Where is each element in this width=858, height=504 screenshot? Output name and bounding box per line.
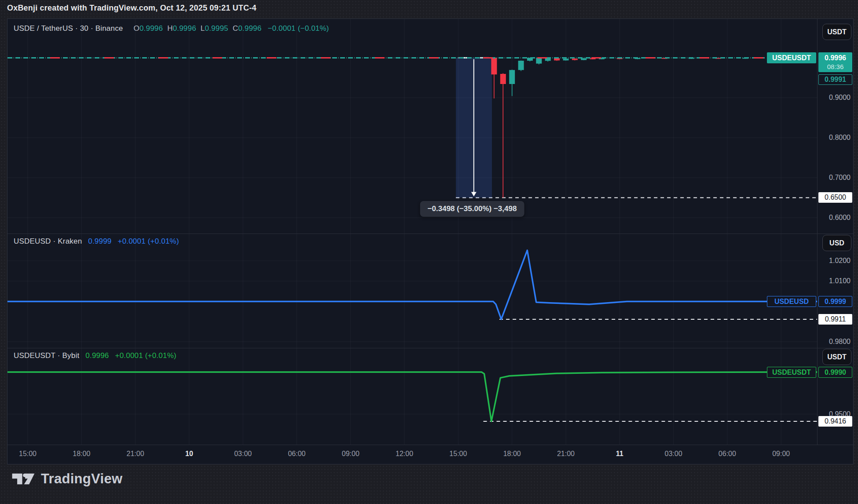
- panel-divider[interactable]: [7, 234, 854, 234]
- last-price-box-kraken: 0.9999: [818, 296, 852, 307]
- tradingview-logo-text: TradingView: [41, 471, 122, 487]
- price-axis-label: 0.7000: [829, 174, 851, 182]
- prev-close-price-box: 0.9991: [818, 74, 852, 85]
- ohlc-close-key: C: [233, 24, 238, 33]
- candle: [536, 58, 542, 64]
- candle: [491, 58, 497, 98]
- level-price-label-09416: 0.9416: [818, 416, 852, 427]
- measure-tool-tooltip: −0.3498 (−35.00%) −3,498: [420, 201, 524, 217]
- last-price-box-binance: 0.9996 08:36: [818, 52, 852, 72]
- currency-toggle-usdt-bybit[interactable]: USDT: [822, 349, 851, 365]
- quote-change: +0.0001 (+0.01%): [118, 237, 179, 245]
- flat-price-candle-line: [7, 57, 766, 58]
- chart-container: USDE / TetherUS · 30 · BinanceO0.9996H0.…: [7, 18, 854, 464]
- chart-plot-area[interactable]: USDE / TetherUS · 30 · BinanceO0.9996H0.…: [7, 19, 817, 445]
- price-scale[interactable]: USDT 0.9996 08:36 0.9991 0.6500 USD 0.99…: [817, 19, 854, 445]
- time-axis-label: 18:00: [503, 450, 521, 458]
- time-axis-label: 21:00: [557, 450, 575, 458]
- quote-change: +0.0001 (+0.01%): [115, 351, 176, 360]
- time-axis-label: 06:00: [719, 450, 736, 458]
- panel-divider[interactable]: [7, 348, 854, 348]
- price-axis-label: 0.6000: [829, 214, 851, 222]
- ohlc-close-value: 0.9996: [238, 24, 261, 33]
- time-axis-label: 18:00: [73, 450, 90, 458]
- time-axis-label: 10: [185, 450, 193, 458]
- bar-countdown: 08:36: [818, 62, 852, 71]
- series-badge-usdeusd-kraken: USDEUSD: [767, 296, 816, 307]
- ohlc-open-key: O: [134, 24, 139, 33]
- currency-toggle-usd-kraken[interactable]: USD: [822, 235, 851, 251]
- level-price-label-09911: 0.9911: [818, 314, 852, 325]
- time-axis-label: 03:00: [234, 450, 252, 458]
- time-axis-label: 06:00: [288, 450, 305, 458]
- quote-price: 0.9996: [85, 351, 109, 360]
- quote-price: 0.9999: [88, 237, 111, 245]
- ohlc-high-value: 0.9996: [173, 24, 196, 33]
- symbol-title: USDE / TetherUS · 30 · Binance: [14, 24, 123, 33]
- time-axis-label: 15:00: [19, 450, 37, 458]
- time-axis-label: 11: [616, 450, 623, 458]
- candle: [572, 58, 578, 60]
- tradingview-logo-mark: [11, 470, 35, 488]
- symbol-title: USDEUSD · Kraken: [14, 237, 82, 245]
- price-axis-label: 0.9800: [829, 338, 851, 346]
- symbol-title: USDEUSDT · Bybit: [14, 351, 79, 360]
- price-axis-label: 0.9000: [829, 94, 851, 102]
- price-axis-label: 1.0200: [829, 257, 851, 265]
- ohlc-low-value: 0.9995: [205, 24, 228, 33]
- time-axis-label: 12:00: [396, 450, 413, 458]
- price-axis-label: 1.0100: [829, 277, 851, 285]
- time-axis-label: 21:00: [127, 450, 144, 458]
- currency-toggle-usdt-binance[interactable]: USDT: [822, 24, 851, 40]
- last-price-value: 0.9996: [818, 53, 852, 62]
- time-axis[interactable]: 15:0018:0021:001003:0006:0009:0012:0015:…: [7, 445, 854, 465]
- ohlc-change: −0.0001 (−0.01%): [268, 24, 329, 33]
- time-axis-label: 09:00: [772, 450, 790, 458]
- time-axis-label: 03:00: [665, 450, 682, 458]
- series-badge-usdeusdt-binance: USDEUSDT: [767, 52, 816, 63]
- candle: [509, 69, 515, 96]
- tradingview-logo[interactable]: TradingView: [11, 470, 122, 488]
- ohlc-low-key: L: [201, 24, 205, 33]
- last-price-box-bybit: 0.9990: [818, 367, 852, 378]
- candle: [500, 73, 506, 198]
- candle: [518, 60, 524, 71]
- series-badge-usdeusdt-bybit: USDEUSDT: [767, 367, 816, 378]
- time-axis-label: 15:00: [449, 450, 467, 458]
- panel-legend-binance: USDE / TetherUS · 30 · BinanceO0.9996H0.…: [14, 24, 329, 33]
- panel-legend-kraken: USDEUSD · Kraken0.9999+0.0001 (+0.01%): [14, 237, 179, 246]
- candle: [563, 58, 569, 60]
- candle: [545, 58, 551, 62]
- chart-canvas: [7, 19, 817, 445]
- ohlc-high-key: H: [167, 24, 172, 33]
- price-axis-label: 0.8000: [829, 134, 851, 142]
- level-price-label-065: 0.6500: [818, 192, 852, 203]
- time-axis-label: 09:00: [342, 450, 359, 458]
- ohlc-open-value: 0.9996: [139, 24, 163, 33]
- panel-legend-bybit: USDEUSDT · Bybit0.9996+0.0001 (+0.01%): [14, 351, 176, 360]
- watermark-attribution: OxBenji created with TradingView.com, Oc…: [7, 4, 257, 13]
